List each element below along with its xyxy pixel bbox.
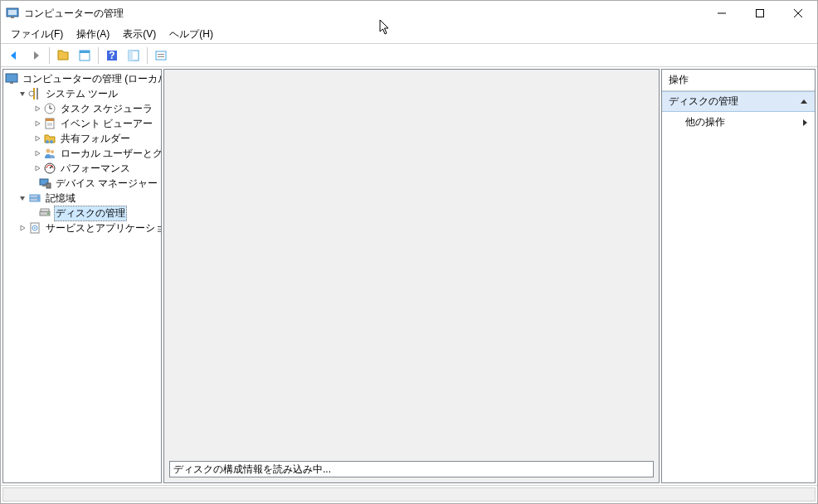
forward-button[interactable] [26, 46, 46, 65]
expander-closed-icon[interactable] [32, 162, 43, 174]
actions-panel: 操作 ディスクの管理 他の操作 [661, 69, 816, 483]
show-hide-tree-button[interactable] [53, 46, 73, 65]
collapse-icon [800, 98, 808, 106]
refresh-button[interactable] [124, 46, 144, 65]
svg-rect-19 [37, 88, 38, 99]
titlebar: コンピューターの管理 [1, 1, 817, 26]
maximize-button[interactable] [741, 1, 779, 26]
tree-label: コンピューターの管理 (ローカル) [21, 71, 162, 87]
tree-label: パフォーマンス [59, 161, 132, 177]
app-icon [6, 7, 19, 20]
svg-point-39 [37, 196, 39, 197]
svg-rect-17 [10, 82, 13, 84]
properties-button[interactable] [75, 46, 95, 65]
tree-root[interactable]: コンピューターの管理 (ローカル) [3, 71, 161, 86]
svg-rect-12 [129, 51, 133, 61]
svg-point-30 [46, 149, 51, 153]
tree-panel[interactable]: コンピューターの管理 (ローカル) システム ツール タスク スケジューラ [2, 69, 162, 483]
expander-closed-icon[interactable] [32, 118, 43, 129]
tree-label: 記憶域 [44, 191, 77, 206]
submenu-arrow-icon [801, 119, 808, 127]
tree-label: システム ツール [44, 86, 119, 102]
expander-closed-icon[interactable] [32, 103, 43, 114]
users-icon [43, 147, 56, 160]
disk-icon [38, 206, 51, 220]
actions-section-disk[interactable]: ディスクの管理 [662, 91, 815, 112]
close-button[interactable] [779, 1, 817, 26]
performance-icon [43, 162, 56, 175]
menubar: ファイル(F) 操作(A) 表示(V) ヘルプ(H) [1, 26, 817, 44]
back-button[interactable] [4, 46, 24, 65]
svg-point-42 [47, 213, 49, 215]
statusbar-cell [2, 487, 816, 502]
svg-rect-35 [42, 185, 46, 187]
shared-folder-icon [43, 132, 56, 145]
status-text: ディスクの構成情報を読み込み中... [173, 463, 331, 477]
tree-services-apps[interactable]: サービスとアプリケーション [3, 220, 161, 235]
tree-event-viewer[interactable]: イベント ビューアー [3, 116, 161, 131]
tree-label: タスク スケジューラ [59, 101, 154, 117]
services-icon [28, 221, 41, 235]
svg-point-40 [37, 199, 39, 201]
device-manager-icon [38, 177, 51, 190]
tree-device-manager[interactable]: デバイス マネージャー [3, 176, 161, 191]
tree-label: 共有フォルダー [59, 131, 132, 147]
actions-item-label: 他の操作 [685, 115, 725, 129]
menu-help[interactable]: ヘルプ(H) [163, 26, 220, 43]
tree-task-scheduler[interactable]: タスク スケジューラ [3, 101, 161, 116]
svg-rect-13 [156, 51, 166, 60]
tree-label: サービスとアプリケーション [44, 220, 162, 236]
svg-point-29 [50, 140, 53, 143]
expander-closed-icon[interactable] [17, 222, 28, 234]
svg-rect-4 [757, 10, 764, 17]
storage-icon [28, 191, 41, 205]
event-viewer-icon [43, 117, 56, 130]
expander-closed-icon[interactable] [32, 148, 43, 159]
svg-rect-1 [8, 10, 17, 15]
status-message: ディスクの構成情報を読み込み中... [169, 461, 654, 477]
tree-label: イベント ビューアー [59, 116, 154, 132]
toolbar-separator [98, 47, 99, 64]
tree-label: ローカル ユーザーとグループ [59, 146, 162, 162]
tree-storage[interactable]: 記憶域 [3, 191, 161, 206]
svg-point-46 [34, 227, 36, 229]
tree-shared-folders[interactable]: 共有フォルダー [3, 131, 161, 146]
statusbar [1, 485, 817, 503]
svg-rect-43 [41, 209, 49, 211]
toolbar: ? [1, 44, 817, 67]
help-button[interactable]: ? [102, 46, 122, 65]
menu-file[interactable]: ファイル(F) [4, 26, 70, 43]
svg-point-28 [46, 140, 49, 143]
svg-rect-36 [46, 183, 51, 188]
expander-open-icon[interactable] [17, 88, 28, 99]
tree-disk-management[interactable]: ディスクの管理 [3, 206, 161, 220]
tree-system-tools[interactable]: システム ツール [3, 86, 161, 101]
window-title: コンピューターの管理 [24, 7, 703, 21]
menu-view[interactable]: 表示(V) [116, 26, 163, 43]
expander-open-icon[interactable] [17, 192, 28, 204]
content-panel: ディスクの構成情報を読み込み中... [163, 69, 660, 483]
tree-performance[interactable]: パフォーマンス [3, 161, 161, 176]
system-tools-icon [28, 87, 41, 100]
actions-pane-button[interactable] [151, 46, 171, 65]
minimize-button[interactable] [703, 1, 741, 26]
actions-other[interactable]: 他の操作 [662, 112, 815, 133]
svg-text:?: ? [109, 50, 114, 61]
actions-header: 操作 [662, 70, 815, 91]
svg-rect-2 [11, 17, 14, 18]
computer-management-icon [5, 72, 18, 85]
svg-point-31 [51, 150, 54, 153]
svg-rect-15 [158, 56, 164, 57]
svg-rect-8 [80, 51, 90, 53]
toolbar-separator [49, 47, 50, 64]
tree-label: デバイス マネージャー [54, 176, 159, 191]
expander-closed-icon[interactable] [32, 133, 43, 144]
svg-rect-14 [158, 54, 164, 55]
svg-rect-16 [6, 74, 17, 82]
tree-label: ディスクの管理 [54, 206, 127, 221]
tree-local-users[interactable]: ローカル ユーザーとグループ [3, 146, 161, 161]
clock-icon [43, 102, 56, 115]
actions-section-label: ディスクの管理 [669, 94, 738, 109]
menu-action[interactable]: 操作(A) [70, 26, 116, 43]
toolbar-separator [147, 47, 148, 64]
